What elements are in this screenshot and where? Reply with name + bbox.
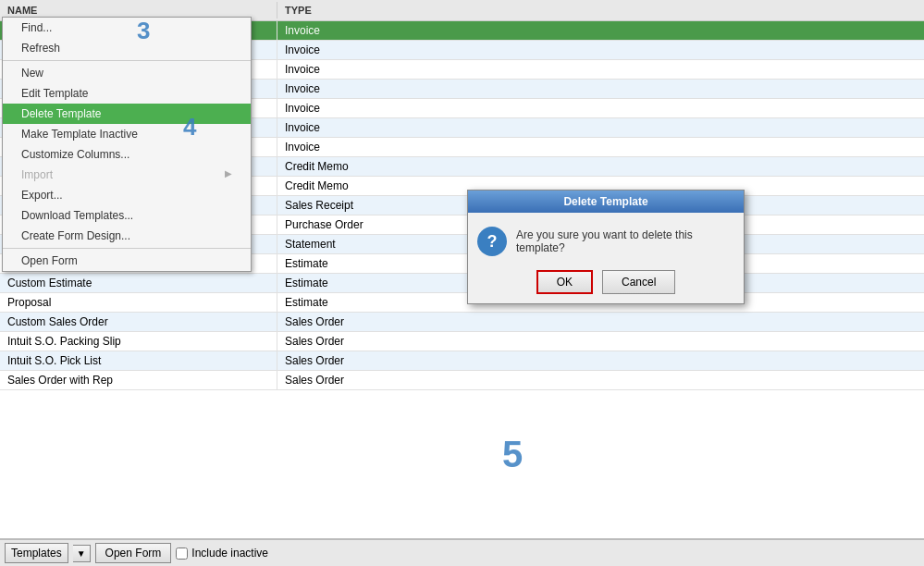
context-menu-item-find---[interactable]: Find... xyxy=(3,18,251,38)
table-row[interactable]: Custom Sales Order Sales Order xyxy=(0,313,924,332)
cell-type: Invoice xyxy=(277,41,924,59)
question-icon: ? xyxy=(477,227,507,256)
cell-name: Proposal xyxy=(0,293,277,312)
delete-template-dialog: Delete Template ? Are you sure you want … xyxy=(467,190,745,304)
include-inactive-checkbox[interactable] xyxy=(176,548,188,560)
dialog-message: Are you sure you want to delete this tem… xyxy=(516,228,734,254)
menu-separator xyxy=(3,248,251,249)
cell-type: Invoice xyxy=(277,21,924,40)
cell-type: Invoice xyxy=(277,99,924,117)
table-row[interactable]: Custom Estimate Estimate xyxy=(0,274,924,293)
main-container: NAME TYPE Custom Progress Invoice Invoic… xyxy=(0,0,924,566)
cell-type: Sales Order xyxy=(277,351,924,370)
dialog-buttons: OK Cancel xyxy=(468,265,744,303)
open-form-button[interactable]: Open Form xyxy=(95,543,172,563)
table-row[interactable]: Sales Order with Rep Sales Order xyxy=(0,371,924,390)
table-row[interactable]: Intuit S.O. Pick List Sales Order xyxy=(0,351,924,371)
bottom-bar: Templates ▼ Open Form Include inactive xyxy=(0,538,924,566)
cancel-button[interactable]: Cancel xyxy=(602,270,675,294)
cell-name: Intuit S.O. Pick List xyxy=(0,351,277,370)
templates-dropdown-arrow[interactable]: ▼ xyxy=(73,545,91,562)
dialog-body: ? Are you sure you want to delete this t… xyxy=(468,213,744,265)
cell-type: Sales Order xyxy=(277,313,924,331)
cell-type: Sales Order xyxy=(277,371,924,389)
menu-separator xyxy=(3,60,251,61)
context-menu-item-refresh[interactable]: Refresh xyxy=(3,38,251,58)
dialog-title: Delete Template xyxy=(468,191,744,213)
include-inactive-label[interactable]: Include inactive xyxy=(176,547,268,560)
step5-badge: 5 xyxy=(502,434,523,475)
table-area: NAME TYPE Custom Progress Invoice Invoic… xyxy=(0,0,924,538)
context-menu-item-open-form[interactable]: Open Form xyxy=(3,251,251,271)
templates-button[interactable]: Templates xyxy=(5,543,68,563)
context-menu-item-make-template-inactive[interactable]: Make Template Inactive xyxy=(3,124,251,144)
include-inactive-text: Include inactive xyxy=(191,547,268,560)
context-menu-item-delete-template[interactable]: Delete Template xyxy=(3,104,251,124)
cell-name: Custom Sales Order xyxy=(0,313,277,331)
table-row[interactable]: Intuit S.O. Packing Slip Sales Order xyxy=(0,332,924,351)
cell-type: Invoice xyxy=(277,118,924,137)
context-menu-item-new[interactable]: New xyxy=(3,63,251,83)
context-menu-item-edit-template[interactable]: Edit Template xyxy=(3,83,251,104)
context-menu[interactable]: Find...RefreshNewEdit TemplateDelete Tem… xyxy=(2,17,252,272)
cell-type: Invoice xyxy=(277,138,924,156)
cell-name: Custom Estimate xyxy=(0,274,277,292)
cell-name: Sales Order with Rep xyxy=(0,371,277,389)
cell-type: Invoice xyxy=(277,60,924,79)
cell-type: Sales Order xyxy=(277,332,924,351)
context-menu-item-create-form-design---[interactable]: Create Form Design... xyxy=(3,226,251,246)
ok-button[interactable]: OK xyxy=(536,270,593,294)
context-menu-item-export---[interactable]: Export... xyxy=(3,185,251,205)
col-type-header: TYPE xyxy=(277,2,924,18)
cell-name: Intuit S.O. Packing Slip xyxy=(0,332,277,351)
context-menu-item-customize-columns---[interactable]: Customize Columns... xyxy=(3,144,251,165)
context-menu-item-download-templates---[interactable]: Download Templates... xyxy=(3,205,251,226)
table-row[interactable]: Proposal Estimate xyxy=(0,293,924,313)
cell-type: Credit Memo xyxy=(277,157,924,176)
context-menu-item-import: Import xyxy=(3,165,251,185)
cell-type: Invoice xyxy=(277,80,924,98)
